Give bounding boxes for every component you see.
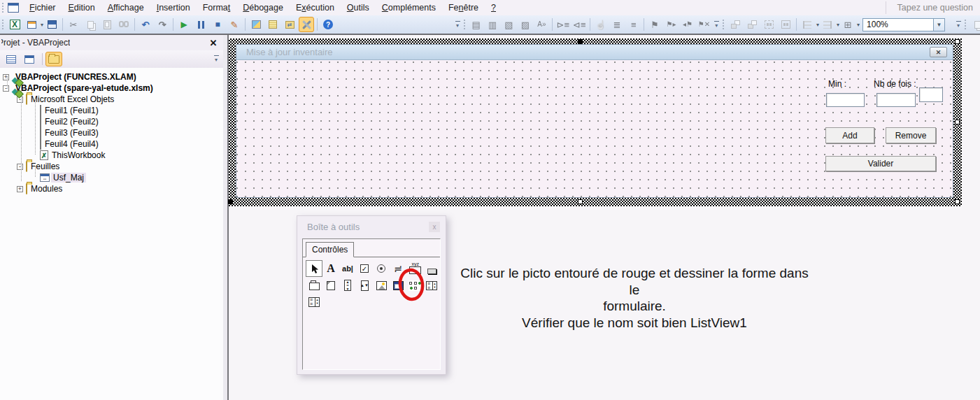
image-tool-icon[interactable]	[373, 277, 390, 294]
break-icon[interactable]	[193, 17, 208, 32]
menu-excution[interactable]: Exécution	[290, 1, 341, 14]
nb-de-fois-input[interactable]	[876, 93, 916, 107]
togglebutton-tool-icon[interactable]: ≓	[390, 260, 406, 277]
scrollbar-tool-icon[interactable]: ▲=▼	[339, 277, 356, 294]
view-object-icon[interactable]	[21, 52, 38, 66]
resize-handle-bottom-right[interactable]	[955, 199, 960, 204]
tree-item-feuil2-feuil2[interactable]: Feuil2 (Feuil2)	[0, 116, 223, 127]
refedit-tool-icon[interactable]	[390, 277, 406, 294]
userform-close-icon[interactable]: ✕	[930, 47, 947, 57]
extra-toolbar	[963, 15, 980, 34]
object-browser-icon[interactable]: ⇄	[282, 17, 297, 32]
select-tool-icon[interactable]	[306, 260, 322, 277]
tree-item-label: Microsoft Excel Objets	[29, 94, 116, 104]
toolbar-drag-handle[interactable]	[1, 19, 5, 30]
menu-dbogage[interactable]: Débogage	[236, 1, 290, 14]
extra-input[interactable]	[919, 87, 943, 102]
menubar-drag-handle[interactable]	[1, 2, 5, 13]
tree-item-feuil1-feuil1[interactable]: Feuil1 (Feuil1)	[0, 105, 223, 116]
checkbox-tool-icon[interactable]: ✓	[356, 260, 373, 277]
resize-handle-right-middle[interactable]	[955, 120, 960, 124]
view-code-icon[interactable]	[3, 52, 20, 66]
undo-icon[interactable]: ↶	[138, 17, 153, 32]
textbox-tool-icon[interactable]: ab|	[339, 260, 356, 277]
add-button[interactable]: Add	[825, 127, 874, 143]
spinbutton-tool-icon[interactable]: ▲▼	[356, 277, 373, 294]
tree-item-vbaproject-funcres-xlam[interactable]: +VBAProject (FUNCRES.XLAM)	[0, 71, 223, 83]
toolbox-titlebar[interactable]: Boîte à outils x	[297, 216, 446, 237]
tree-item-microsoft-excel-objets[interactable]: -Microsoft Excel Objets	[0, 94, 223, 105]
menu-fentre[interactable]: Fenêtre	[442, 1, 485, 14]
commandbutton-tool-icon[interactable]	[423, 260, 440, 277]
toolbar-drag-handle[interactable]	[722, 19, 725, 30]
tree-item-vbaproject-spare-yal-etude-xlsm[interactable]: -VBAProject (spare-yal-etude.xlsm)	[0, 83, 223, 94]
help-icon[interactable]: ?	[320, 17, 336, 32]
menu-insertion[interactable]: Insertion	[150, 1, 197, 14]
reset-icon[interactable]: ■	[210, 17, 225, 32]
label-tool-icon[interactable]: A	[322, 260, 339, 277]
project-explorer-icon[interactable]	[248, 17, 264, 32]
menu-affichage[interactable]: Affichage	[101, 1, 150, 14]
toolbar-drag-handle[interactable]	[463, 19, 467, 30]
run-icon[interactable]: ▶	[176, 17, 192, 32]
resize-handle-bottom-left[interactable]	[228, 199, 233, 204]
zoom-combo[interactable]: 100%▼	[862, 18, 945, 31]
frame-tool-icon[interactable]	[406, 260, 423, 277]
menu-fichier[interactable]: Fichier	[23, 1, 62, 14]
multipage-tool-icon[interactable]	[322, 277, 339, 294]
design-mode-icon[interactable]: ✎	[227, 17, 242, 32]
valider-button[interactable]: Valider	[825, 156, 936, 171]
properties-window-icon[interactable]	[265, 17, 280, 32]
excel-icon[interactable]: X	[7, 17, 22, 32]
tree-item-thisworkbook[interactable]: ✗ThisWorkbook	[0, 150, 223, 161]
toolbar-drag-handle[interactable]	[964, 19, 967, 30]
center-dropdown-icon[interactable]: ▾	[837, 22, 839, 28]
tree-expand-icon[interactable]: +	[17, 186, 23, 192]
menu-edition[interactable]: Edition	[62, 1, 101, 14]
menu-format[interactable]: Format	[197, 1, 237, 14]
userform-body[interactable]: Min : Nb de fois : Add Remove Valider	[236, 60, 953, 197]
remove-button[interactable]: Remove	[886, 127, 936, 143]
toolbox-close-icon[interactable]: x	[429, 222, 440, 232]
zoom-dropdown-icon[interactable]: ▼	[933, 19, 944, 31]
worksheet-icon	[40, 128, 41, 138]
tab-controles[interactable]: Contrôles	[306, 242, 354, 257]
menu-complments[interactable]: Compléments	[376, 1, 442, 14]
question-box[interactable]: Tapez une question	[886, 1, 980, 14]
save-icon[interactable]	[44, 17, 59, 32]
resize-handle-top-right[interactable]	[955, 39, 960, 44]
toolbar-options-icon[interactable]: ▾	[453, 17, 462, 31]
treeview-tool-icon[interactable]: ≡≡▲▼	[306, 294, 322, 310]
toolbox-icon[interactable]	[299, 17, 314, 32]
resize-handle-top-center[interactable]	[578, 39, 583, 44]
tree-item-feuil3-feuil3[interactable]: Feuil3 (Feuil3)	[0, 127, 223, 138]
tabstrip-tool-icon[interactable]	[306, 277, 322, 294]
tree-expand-icon[interactable]: +	[3, 74, 9, 80]
insert-userform-icon[interactable]	[24, 17, 39, 32]
min-input[interactable]	[826, 93, 865, 107]
listview-tool-icon[interactable]	[406, 277, 423, 294]
tree-item-usf-maj[interactable]: ▪▪Usf_Maj	[0, 172, 223, 183]
tree-expand-icon[interactable]: -	[17, 164, 23, 170]
optionbutton-tool-icon[interactable]	[373, 260, 390, 277]
insert-userform-dropdown-icon[interactable]: ▾	[41, 22, 43, 28]
imagecombo-tool-icon[interactable]: ≡≡▲▼	[423, 277, 440, 294]
panel-options-icon[interactable]: ▾	[212, 52, 220, 66]
tree-item-label: ThisWorkbook	[50, 150, 107, 160]
toolbar-options-icon[interactable]: ▾	[712, 17, 720, 31]
panel-splitter[interactable]	[223, 35, 229, 400]
menu-?[interactable]: ?	[485, 1, 502, 14]
align-dropdown-icon[interactable]: ▾	[816, 22, 819, 28]
tree-item-feuilles[interactable]: -Feuilles	[0, 161, 223, 172]
toolbar-options-icon[interactable]: ▾	[954, 17, 963, 31]
tree-item-modules[interactable]: +Modules	[0, 183, 223, 194]
tree-item-feuil4-feuil4[interactable]: Feuil4 (Feuil4)	[0, 138, 223, 150]
tree-expand-icon[interactable]: -	[3, 85, 9, 92]
menu-outils[interactable]: Outils	[341, 1, 376, 14]
userform-selection-border[interactable]: Mise à jour inventaire ✕ Min : Nb de foi…	[229, 38, 962, 206]
arrange-buttons-dropdown-icon[interactable]: ▾	[857, 22, 860, 28]
project-panel-titlebar: Projet - VBAProject ✕	[0, 35, 223, 50]
resize-handle-bottom-center[interactable]	[578, 199, 583, 204]
toggle-folders-icon[interactable]	[45, 52, 62, 66]
close-icon[interactable]: ✕	[206, 37, 220, 49]
